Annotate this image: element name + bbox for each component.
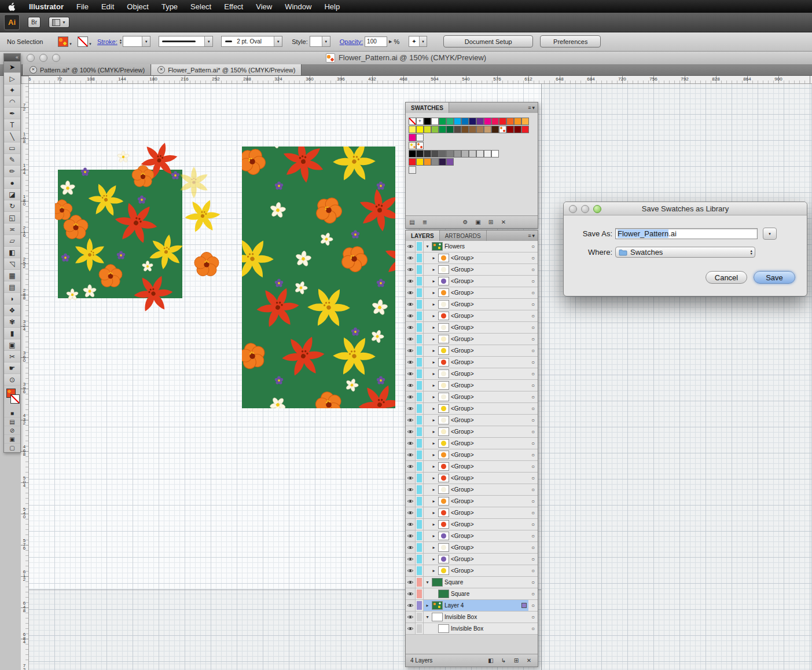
edit-column[interactable] <box>416 530 424 541</box>
target-circle[interactable]: ○ <box>528 579 538 585</box>
target-circle[interactable]: ○ <box>528 544 538 551</box>
disclosure-triangle-icon[interactable]: ▸ <box>431 464 436 469</box>
target-circle[interactable]: ○ <box>528 440 538 446</box>
layer-row[interactable]: ▾Flowers○ <box>406 241 538 252</box>
layer-row-body[interactable]: ▸<Group> <box>424 565 528 576</box>
visibility-toggle[interactable] <box>406 542 416 553</box>
swatch[interactable] <box>499 118 506 125</box>
group-row[interactable]: ▸<Group>○ <box>406 380 538 391</box>
horizontal-ruler[interactable]: 3672108144180216252288324360396432468504… <box>29 76 812 84</box>
layer-row-body[interactable]: ▸<Group> <box>424 438 528 449</box>
edit-column[interactable] <box>416 496 424 507</box>
swatch[interactable] <box>461 126 469 133</box>
target-circle[interactable]: ○ <box>528 243 538 250</box>
hand-tool[interactable]: ☛ <box>4 363 20 374</box>
minimize-dialog-button[interactable] <box>581 205 589 213</box>
layer-row[interactable]: ▾Invisible Box○ <box>406 612 538 623</box>
edit-column[interactable] <box>416 519 424 530</box>
swatch[interactable] <box>461 150 469 158</box>
save-button[interactable]: Save <box>754 271 795 284</box>
layer-row-body[interactable]: ▸<Group> <box>424 484 528 495</box>
target-circle[interactable]: ○ <box>528 452 538 458</box>
disclosure-triangle-icon[interactable]: ▾ <box>425 580 430 585</box>
target-circle[interactable]: ○ <box>528 521 538 528</box>
ruler-origin-corner[interactable] <box>21 76 29 84</box>
collapse-tools-button[interactable]: « <box>4 54 20 61</box>
disclosure-triangle-icon[interactable]: ▸ <box>431 533 436 539</box>
edit-column[interactable] <box>416 461 424 472</box>
pencil-tool[interactable]: ✏ <box>4 166 20 177</box>
opacity-panel-link[interactable]: Opacity: <box>340 38 363 45</box>
menu-effect[interactable]: Effect <box>218 0 249 13</box>
target-circle[interactable]: ○ <box>528 556 538 562</box>
swatch[interactable] <box>409 158 416 166</box>
vertical-ruler[interactable]: 7 21 0 81 4 41 8 02 1 62 5 22 8 83 2 43 … <box>21 84 29 670</box>
visibility-toggle[interactable] <box>406 461 416 472</box>
target-circle[interactable]: ○ <box>528 405 538 412</box>
layer-row-body[interactable]: ▸<Group> <box>424 276 528 287</box>
stroke-color-control[interactable]: ▼ <box>78 36 93 47</box>
swatch[interactable] <box>431 150 439 158</box>
stroke-weight-stepper[interactable]: ▲ ▼ <box>119 39 122 45</box>
target-circle[interactable]: ○ <box>528 324 538 331</box>
disclosure-triangle-icon[interactable]: ▸ <box>431 545 436 550</box>
swatch[interactable] <box>439 126 446 133</box>
paintbrush-tool[interactable]: ✎ <box>4 154 20 166</box>
layer-row-body[interactable]: ▸<Group> <box>424 473 528 484</box>
swatch[interactable] <box>424 118 431 125</box>
target-circle[interactable]: ○ <box>528 290 538 296</box>
disclosure-triangle-icon[interactable]: ▸ <box>431 360 436 365</box>
menu-type[interactable]: Type <box>155 0 184 13</box>
group-row[interactable]: ▸<Group>○ <box>406 334 538 345</box>
target-circle[interactable]: ○ <box>528 602 538 609</box>
layer-row-body[interactable]: ▸<Group> <box>424 554 528 565</box>
flower-pattern-artwork[interactable] <box>242 147 395 408</box>
edit-column[interactable] <box>416 391 424 402</box>
eyedropper-tool[interactable]: ◗ <box>4 293 20 305</box>
magic-wand-tool[interactable]: ✦ <box>4 85 20 96</box>
group-row[interactable]: ▸<Group>○ <box>406 322 538 334</box>
width-profile-dropdown[interactable]: ▼ <box>159 36 213 47</box>
make-clipping-mask-button[interactable]: ◧ <box>484 656 497 665</box>
layer-row-body[interactable]: ▸<Group> <box>424 426 528 437</box>
swatch-pattern[interactable] <box>416 142 424 149</box>
new-swatch-button[interactable]: ⊞ <box>484 218 497 227</box>
swatch[interactable] <box>521 126 529 133</box>
edit-column[interactable] <box>416 345 424 356</box>
swatch[interactable] <box>431 158 439 166</box>
disclosure-triangle-icon[interactable]: ▾ <box>425 614 430 620</box>
panel-menu-button[interactable]: ≡ ▾ <box>525 230 538 241</box>
preferences-button[interactable]: Preferences <box>540 35 601 47</box>
group-row[interactable]: ▸<Group>○ <box>406 554 538 565</box>
zoom-dialog-button[interactable] <box>593 205 601 213</box>
scale-tool[interactable]: ◱ <box>4 212 20 224</box>
filename-input[interactable]: Flower_Pattern .ai <box>615 228 758 239</box>
visibility-toggle[interactable] <box>406 415 416 426</box>
swatch[interactable] <box>454 126 461 133</box>
visibility-toggle[interactable] <box>406 588 416 599</box>
eraser-tool[interactable]: ◪ <box>4 189 20 200</box>
swatch[interactable] <box>416 158 424 166</box>
swatch[interactable] <box>491 118 499 125</box>
swatch[interactable] <box>431 126 439 133</box>
none-button[interactable]: ⊘ <box>4 426 20 435</box>
menu-help[interactable]: Help <box>318 0 346 13</box>
edit-column[interactable] <box>416 542 424 553</box>
group-row[interactable]: ▸<Group>○ <box>406 449 538 461</box>
target-circle[interactable]: ○ <box>528 336 538 342</box>
edit-column[interactable] <box>416 426 424 437</box>
zoom-window-button[interactable] <box>52 54 60 62</box>
swatch[interactable] <box>416 126 424 133</box>
disclosure-triangle-icon[interactable]: ▸ <box>431 556 436 562</box>
group-row[interactable]: ▸<Group>○ <box>406 461 538 473</box>
swatch[interactable] <box>409 134 416 141</box>
target-circle[interactable]: ○ <box>528 463 538 470</box>
edit-column[interactable] <box>416 334 424 345</box>
cancel-button[interactable]: Cancel <box>706 271 747 284</box>
edit-column[interactable] <box>416 623 424 634</box>
layer-row-body[interactable]: ▸<Group> <box>424 415 528 426</box>
stroke-swatch[interactable] <box>10 394 20 404</box>
menu-illustrator[interactable]: Illustrator <box>23 0 70 13</box>
swatch[interactable] <box>439 158 446 166</box>
group-row[interactable]: ▸<Group>○ <box>406 391 538 403</box>
